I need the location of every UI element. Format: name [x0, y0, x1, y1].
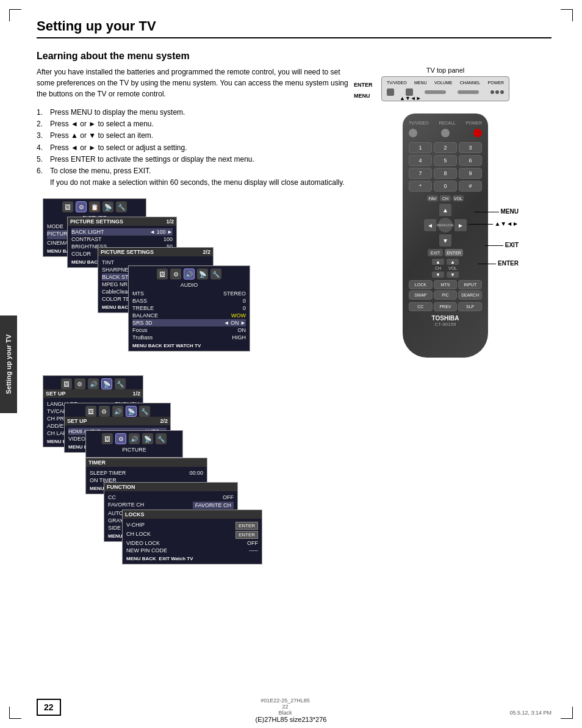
vol-down-btn[interactable]: ▼	[447, 272, 459, 278]
picsub-icon4: 📡	[142, 433, 153, 444]
left-column: After you have installed the batteries a…	[37, 67, 354, 546]
locks-footer: MENU BACK EXIT Watch TV	[126, 556, 258, 561]
remote-btn-i[interactable]: SLP	[458, 302, 482, 311]
audio-footer: MENU BACK EXIT WATCH TV	[132, 343, 246, 348]
footer-date: 05.5.12, 3:14 PM	[509, 710, 551, 716]
function-title: FUNCTION	[104, 483, 237, 491]
remote-btn-e[interactable]: PIC	[434, 290, 458, 300]
ch-btn[interactable]: CH	[440, 195, 451, 201]
remote-btn-0[interactable]: 0	[434, 181, 457, 192]
step-4: 4. Press ◄ or ► to select or adjust a se…	[37, 142, 354, 154]
remote-mid-buttons: FAV CH VOL	[409, 195, 482, 201]
dpad-left-btn[interactable]: ◄	[424, 219, 436, 231]
remote-btn-a[interactable]: LOCK	[409, 280, 433, 289]
dpad-right-btn[interactable]: ►	[454, 219, 467, 231]
enter-btn[interactable]: ENTER	[445, 249, 463, 256]
ch-up-btn[interactable]: ▲	[432, 259, 444, 265]
tv-video-remote-btn[interactable]	[409, 129, 417, 137]
remote-btn-6[interactable]: 6	[459, 155, 482, 166]
picsub-icon2: ⚙	[115, 433, 126, 444]
menu-label: MENU	[354, 93, 370, 99]
exit-btn[interactable]: EXIT	[428, 249, 443, 256]
ch-down-btn[interactable]: ▼	[432, 272, 444, 278]
menu-icon-extra: 🔧	[116, 201, 127, 212]
balance-row: BALANCEWOW	[132, 312, 246, 319]
setup2-icon2: ⚙	[99, 406, 110, 417]
ch-lock-row: CH LOCKENTER	[126, 530, 258, 539]
setup2-title: SET UP2/2	[65, 417, 170, 425]
channel-slider[interactable]	[458, 90, 479, 94]
fav-btn[interactable]: FAV	[427, 195, 438, 201]
step-6: 6. To close the menu, press EXIT.If you …	[37, 165, 354, 189]
setup2-icon5: 🔧	[139, 406, 150, 417]
setup-icon2: ⚙	[74, 378, 85, 389]
mts-row: MTSSTEREO	[132, 290, 246, 297]
vol-btn[interactable]: VOL	[453, 195, 464, 201]
audio-icon1: 🖼	[157, 268, 168, 279]
callout-menu-label: MENU	[475, 208, 519, 215]
remote-btn-7[interactable]: 7	[409, 168, 432, 179]
setup2-icon3: 🔊	[112, 406, 123, 417]
cc-row: CCOFF	[108, 494, 234, 501]
volume-slider[interactable]	[425, 90, 446, 94]
picsub-icon5: 🔧	[156, 433, 167, 444]
footer-color: Black	[260, 710, 310, 716]
menu-icon-picture: 🖼	[62, 201, 73, 212]
remote-btn-g[interactable]: CC	[409, 302, 433, 311]
locks-title: LOCKS	[123, 510, 262, 519]
fav-ch-row: FAVORITE CHFAVORITE CH	[108, 501, 234, 510]
ch-controls: ▲ CH ▼	[432, 259, 444, 278]
timer-title: TIMER	[86, 458, 207, 467]
remote-btn-8[interactable]: 8	[434, 168, 457, 179]
remote-control-section: MENU ▲▼◄► EXIT ENTER TV/VIDEO RECALL	[366, 114, 525, 358]
remote-btn-9[interactable]: 9	[459, 168, 482, 179]
tv-video-btn[interactable]	[387, 88, 394, 96]
power-remote-btn[interactable]	[473, 129, 482, 137]
remote-btn-1[interactable]: 1	[409, 142, 432, 153]
remote-btn-star[interactable]: *	[409, 181, 432, 192]
ps2-title: PICTURE SETTINGS2/2	[98, 248, 213, 256]
remote-btn-f[interactable]: SEARCH	[458, 290, 482, 300]
remote-brand: TOSHIBA	[409, 315, 482, 322]
menu-screenshots-group1: 🖼 ⚙ 📋 📡 🔧 PICTURE MODESPORTS PICTURE SET…	[43, 198, 268, 369]
menu-screenshots-group2: 🖼 ⚙ 🔊 📡 🔧 SET UP1/2 LANGUAGEENGLISH	[43, 375, 299, 546]
dpad-up-btn[interactable]: ▲	[439, 204, 451, 216]
dpad-center-label: MENU/OK	[438, 218, 453, 232]
back-light-row: BACK LIGHT ◄ 100 ►	[71, 228, 173, 236]
remote-btn-b[interactable]: MTS	[434, 280, 458, 289]
enter-label: ENTER	[354, 82, 373, 88]
vol-up-btn[interactable]: ▲	[447, 259, 459, 265]
setup-title: SET UP1/2	[43, 389, 143, 398]
contrast-row: CONTRAST100	[71, 236, 173, 243]
callout-arrows-label: ▲▼◄►	[469, 220, 519, 227]
footer-left: 22	[37, 699, 61, 716]
setup-icon3: 🔊	[88, 378, 99, 389]
page-number: 22	[37, 699, 61, 716]
section-title: Learning about the menu system	[37, 51, 551, 62]
remote-btn-2[interactable]: 2	[434, 142, 457, 153]
menu-icon-settings: ⚙	[76, 201, 87, 212]
remote-btn-c[interactable]: INPUT	[458, 280, 482, 289]
video-lock-row: VIDEO LOCKOFF	[126, 539, 258, 547]
setup2-icon4: 📡	[126, 406, 137, 417]
audio-icon4: 📡	[197, 268, 208, 279]
picsub-icon1: 🖼	[102, 433, 113, 444]
page-title: Setting up your TV	[37, 18, 551, 38]
treble-row: TREBLE0	[132, 305, 246, 312]
right-column: TV top panel TV/VIDEO MENU VOLUME CHANNE…	[366, 67, 525, 546]
footer-center: #01E22-25_27HL85 22 Black	[260, 697, 310, 716]
audio-icon2: ⚙	[170, 268, 181, 279]
remote-btn-4[interactable]: 4	[409, 155, 432, 166]
footer-right: 05.5.12, 3:14 PM	[509, 710, 551, 716]
focus-row: FocusON	[132, 326, 246, 334]
remote-model: CT-90159	[409, 322, 482, 327]
remote-btn-hash[interactable]: #	[459, 181, 482, 192]
remote-btn-5[interactable]: 5	[434, 155, 457, 166]
remote-btn-h[interactable]: PREV	[434, 302, 458, 311]
dpad-down-btn[interactable]: ▼	[439, 234, 451, 247]
locks-menu-screenshot: LOCKS V-CHIPENTER CH LOCKENTER VIDEO LOC…	[122, 510, 262, 568]
recall-remote-btn[interactable]	[441, 129, 450, 137]
remote-btn-d[interactable]: SWAP	[409, 290, 433, 300]
remote-btn-3[interactable]: 3	[459, 142, 482, 153]
footer-page: 22	[260, 704, 310, 710]
